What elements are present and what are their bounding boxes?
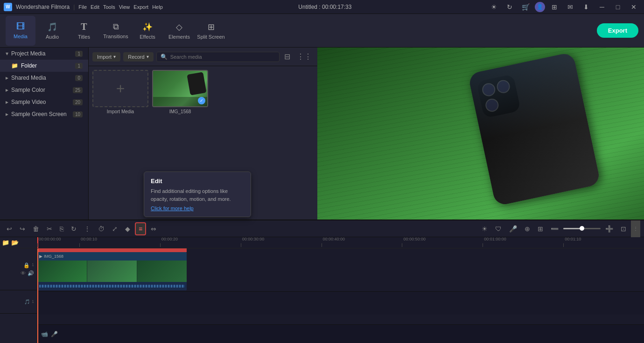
track-volume-icon[interactable]: 🔊 [28,270,34,276]
toolbar-transitions[interactable]: ⧉ Transitions [101,16,131,46]
import-dropdown-icon[interactable]: ▾ [113,54,116,59]
tooltip-title: Edit [151,178,244,185]
menu-export[interactable]: Export [133,4,148,10]
menu-help[interactable]: Help [152,4,163,10]
user-icon[interactable]: 👤 [535,2,545,12]
video-track-label: 🔒 1 👁 🔊 [0,248,37,290]
import-button[interactable]: Import ▾ [92,52,120,62]
record-dropdown-icon[interactable]: ▾ [147,54,149,59]
menu-edit[interactable]: Edit [91,4,99,10]
audio-track-label: 🎵 1 [0,290,37,314]
copy-button[interactable]: ⎘ [57,223,66,234]
toolbar-titles-label: Titles [78,34,90,40]
sidebar-item-sample-video[interactable]: ▸ Sample Video 20 [0,96,88,108]
ruler-mark-3: 00:00:30:00 [241,243,322,247]
add-audio-track-icon[interactable]: 🎤 [51,331,58,337]
audio-lock-icon[interactable]: 🎵 [24,299,30,304]
toolbar-titles[interactable]: T Titles [69,16,99,46]
toolbar-splitscreen[interactable]: ⊞ Split Screen [196,16,226,46]
media-toolbar: Import ▾ Record ▾ 🔍 ⊟ ⋮⋮ [89,48,317,66]
zoom-slider[interactable] [563,228,601,229]
video-clip[interactable]: ▶ IMG_1568 [37,252,187,290]
toolbar-media[interactable]: 🎞 Media [6,16,35,46]
import-thumb[interactable]: + [92,70,148,107]
track-area[interactable]: ▶ IMG_1568 [37,248,644,343]
menu-file[interactable]: File [78,4,87,10]
ruler-time-3: 00:00:30:00 [242,237,265,241]
download-icon[interactable]: ⬇ [580,0,593,14]
sidebar-sample-video-count: 20 [73,99,83,105]
sidebar-item-shared-media[interactable]: ▸ Shared Media 0 [0,72,88,84]
sidebar-item-sample-green[interactable]: ▸ Sample Green Screen 10 [0,108,88,120]
new-folder-icon[interactable]: 📂 [11,239,19,246]
zoom-in-icon[interactable]: ➕ [602,223,616,234]
search-input[interactable] [170,54,275,60]
layout-icon[interactable]: ⊞ [548,0,561,14]
record-button[interactable]: Record ▾ [123,52,153,62]
redo-button[interactable]: ↪ [17,223,28,234]
split-button[interactable]: ⋮ [81,223,93,234]
expand-button[interactable]: ⤢ [109,223,120,234]
loop-button[interactable]: ↻ [68,223,79,234]
timeline-end-button[interactable]: ⊡ [618,223,629,234]
maximize-button[interactable]: □ [611,0,624,14]
audio-stretch-button[interactable]: ⇔ [148,223,159,234]
speed-button[interactable]: ⏱ [95,223,107,234]
shop-icon[interactable]: 🛒 [519,0,532,14]
add-track-icon[interactable]: 📁 [2,239,9,246]
sidebar-sample-color-label: Sample Color [11,87,45,93]
search-box[interactable]: 🔍 [156,52,280,62]
track-lock-icon[interactable]: 🔒 [23,262,30,268]
toolbar-elements[interactable]: ◇ Elements [164,16,194,46]
grid-options-icon[interactable]: ⋮⋮ [295,51,314,62]
media-thumb-img1568[interactable]: ✓ [152,70,208,107]
undo-button[interactable]: ↩ [4,223,15,234]
keyframe-button[interactable]: ◆ [122,223,133,234]
edit-button[interactable]: ≡ [135,222,146,235]
track-eye-icon[interactable]: 👁 [21,270,26,276]
transitions-icon: ⧉ [113,22,119,32]
close-button[interactable]: ✕ [627,0,640,14]
toolbar-effects[interactable]: ✨ Effects [133,16,162,46]
zoom-out-icon[interactable]: ➖ [548,223,561,234]
clip-red-bar [37,248,187,252]
timeline-right-handle: ⋮ [631,220,640,237]
ruler-time-4: 00:00:40:00 [323,237,345,241]
delete-button[interactable]: 🗑 [30,223,42,234]
sidebar-item-folder[interactable]: 📁 Folder 1 [0,60,88,72]
timeline-right-controls: ☀ 🛡 🎤 ⊕ ⊞ ➖ ➕ ⊡ ⋮ [479,220,640,237]
menu-view[interactable]: View [119,4,130,10]
app-logo: W [4,3,12,11]
sidebar-project-media-label: Project Media [11,50,45,57]
cut-button[interactable]: ✂ [44,223,55,234]
sidebar-item-project-media[interactable]: ▾ Project Media 1 [0,48,88,60]
minimize-button[interactable]: ─ [595,0,609,14]
ruler-mark-2: 00:00:20 [160,243,241,247]
shield-icon[interactable]: 🛡 [492,223,504,234]
timeline-section: ↩ ↪ 🗑 ✂ ⎘ ↻ ⋮ ⏱ ⤢ ◆ ≡ ⇔ ☀ 🛡 🎤 ⊕ ⊞ ➖ [0,220,644,343]
zoom-handle[interactable] [580,226,584,231]
import-media-label: Import Media [107,109,134,114]
titles-icon: T [81,21,87,32]
refresh-icon[interactable]: ↻ [503,0,516,14]
sidebar-item-sample-color[interactable]: ▸ Sample Color 25 [0,84,88,96]
add-video-track-icon[interactable]: 📹 [41,331,48,337]
sun-tl-icon[interactable]: ☀ [479,223,490,234]
mail-icon[interactable]: ✉ [564,0,577,14]
sidebar-sample-color-count: 25 [73,87,83,93]
filter-icon[interactable]: ⊟ [282,51,292,62]
sun-icon[interactable]: ☀ [487,0,500,14]
media-item-img1568[interactable]: ✓ IMG_1568 [152,70,208,114]
menu-tools[interactable]: Tools [103,4,115,10]
ruler-marks-area: 00:00:00:00 00:00:10 00:00:20 00:00:30:0… [37,237,644,248]
audio-track [37,291,644,315]
tooltip-link[interactable]: Click for more help [151,206,244,211]
mic-icon[interactable]: 🎤 [506,223,520,234]
sidebar-project-media-count: 1 [75,51,83,57]
grid-tl-icon[interactable]: ⊞ [535,223,546,234]
import-media-item[interactable]: + Import Media [92,70,148,114]
record-tl-icon[interactable]: ⊕ [522,223,533,234]
export-button[interactable]: Export [597,23,638,38]
toolbar-audio[interactable]: 🎵 Audio [37,16,67,46]
search-icon: 🔍 [161,54,168,60]
